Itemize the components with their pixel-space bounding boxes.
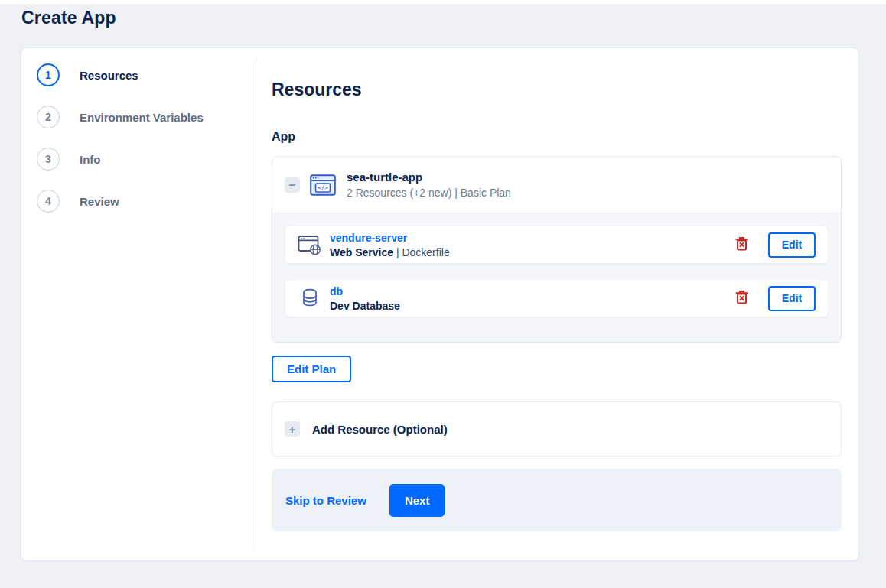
app-window-code-icon: </> <box>310 174 336 196</box>
resource-type: Web Service <box>330 246 393 258</box>
edit-resource-button[interactable]: Edit <box>768 232 816 258</box>
top-strip <box>0 0 886 4</box>
step-resources[interactable]: 1 Resources <box>37 63 256 86</box>
resource-row: vendure-server Web Service | Dockerfile <box>285 226 829 264</box>
edit-resource-button[interactable]: Edit <box>768 286 816 311</box>
skip-to-review-link[interactable]: Skip to Review <box>285 494 366 507</box>
create-app-card: 1 Resources 2 Environment Variables 3 In… <box>21 47 859 561</box>
trash-icon <box>735 236 748 253</box>
svg-text:</>: </> <box>318 184 328 191</box>
app-group-summary: 2 Resources (+2 new) | Basic Plan <box>347 187 511 199</box>
panel-title: Resources <box>272 80 842 100</box>
web-service-icon <box>298 234 322 255</box>
resources-panel: Resources App − </> <box>256 48 858 560</box>
step-label: Review <box>80 195 119 208</box>
delete-resource-button[interactable] <box>732 233 751 256</box>
edit-plan-button[interactable]: Edit Plan <box>272 356 351 382</box>
app-group-header: − </> sea-turtle-app <box>272 157 841 213</box>
app-group-body: vendure-server Web Service | Dockerfile <box>272 213 841 342</box>
step-number-badge: 4 <box>37 190 60 213</box>
app-group-card: − </> sea-turtle-app <box>272 156 842 343</box>
page-title: Create App <box>21 8 116 28</box>
next-button[interactable]: Next <box>389 484 445 517</box>
step-number-badge: 3 <box>37 148 60 171</box>
app-group-name: sea-turtle-app <box>347 171 511 184</box>
app-section-label: App <box>272 130 842 144</box>
trash-icon <box>735 290 748 307</box>
step-label: Resources <box>80 69 138 82</box>
step-environment-variables[interactable]: 2 Environment Variables <box>37 106 256 128</box>
resource-row: db Dev Database <box>285 279 829 317</box>
step-number-badge: 2 <box>37 106 60 128</box>
step-review[interactable]: 4 Review <box>37 190 256 213</box>
sidebar-divider <box>256 58 256 551</box>
step-label: Environment Variables <box>80 111 204 124</box>
plus-icon[interactable]: + <box>285 421 300 437</box>
add-resource-card[interactable]: + Add Resource (Optional) <box>272 401 842 456</box>
resource-type: Dev Database <box>330 300 400 312</box>
database-icon <box>298 288 322 309</box>
step-number-badge: 1 <box>37 63 60 86</box>
add-resource-label: Add Resource (Optional) <box>312 423 448 436</box>
collapse-icon[interactable]: − <box>285 177 300 193</box>
wizard-footer: Skip to Review Next <box>272 469 842 531</box>
step-info[interactable]: 3 Info <box>37 148 256 171</box>
resource-name-link[interactable]: db <box>330 285 400 297</box>
step-label: Info <box>80 153 101 166</box>
delete-resource-button[interactable] <box>732 287 751 310</box>
resource-detail: | Dockerfile <box>396 246 450 258</box>
resource-name-link[interactable]: vendure-server <box>330 232 450 244</box>
wizard-stepper: 1 Resources 2 Environment Variables 3 In… <box>21 48 256 560</box>
